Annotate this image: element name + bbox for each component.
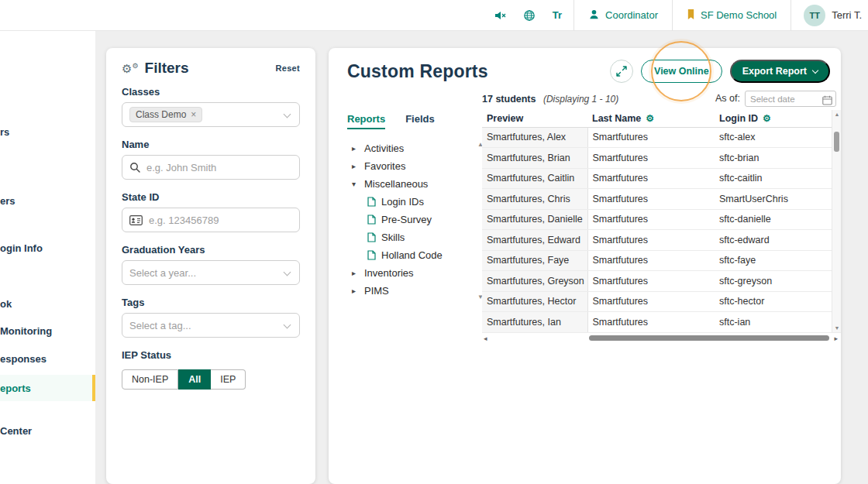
filters-gear-icon: ⚙⚙ xyxy=(122,63,139,74)
scroll-down-icon[interactable]: ▼ xyxy=(832,325,842,331)
scroll-up-icon[interactable]: ▲ xyxy=(832,112,842,117)
calendar-icon[interactable] xyxy=(822,94,832,108)
chip-remove-icon[interactable]: × xyxy=(191,109,196,120)
coordinator-label: Coordinator xyxy=(605,9,658,21)
school-label: SF Demo School xyxy=(701,9,777,21)
tab-reports[interactable]: Reports xyxy=(347,113,385,129)
reports-tree: ▸Activities ▸Favorites ▾Miscellaneous Lo… xyxy=(347,139,485,302)
document-icon xyxy=(367,250,376,260)
graduation-years-input[interactable] xyxy=(129,267,279,279)
sidebar-item-responses[interactable]: esponses xyxy=(0,350,95,367)
tags-select[interactable] xyxy=(122,313,300,338)
table-row: Smartfutures, EdwardSmartfuturessftc-edw… xyxy=(482,230,841,251)
classes-label: Classes xyxy=(122,86,300,98)
classes-multiselect[interactable]: Class Demo × xyxy=(122,102,300,127)
student-count: 17 students xyxy=(482,94,536,105)
collapsed-triangle-icon: ▸ xyxy=(352,162,359,170)
sidebar-item-login-info[interactable]: ogin Info xyxy=(0,239,95,256)
scroll-left-icon[interactable]: ◂ xyxy=(484,335,487,342)
table-row: Smartfutures, GreysonSmartfuturessftc-gr… xyxy=(482,271,841,292)
iep-status-label: IEP Status xyxy=(122,349,300,362)
sidebar-item[interactable]: rs xyxy=(0,123,95,140)
horizontal-scrollbar-thumb[interactable] xyxy=(589,335,829,341)
table-row: Smartfutures, IanSmartfuturessftc-ian xyxy=(482,312,841,333)
tree-item-miscellaneous[interactable]: ▾Miscellaneous xyxy=(347,175,485,193)
reset-filters-button[interactable]: Reset xyxy=(276,64,300,73)
students-table-wrap: Preview Last Name⚙ Login ID⚙ Smartfuture… xyxy=(482,110,841,333)
document-icon xyxy=(367,232,376,242)
table-row: Smartfutures, CaitlinSmartfuturessftc-ca… xyxy=(482,168,841,189)
custom-reports-panel: Custom Reports View Online Export Report… xyxy=(329,48,841,484)
tree-item-holland-code[interactable]: Holland Code xyxy=(347,246,485,264)
person-icon xyxy=(588,9,600,22)
iep-option-iep[interactable]: IEP xyxy=(211,369,246,390)
state-id-input[interactable] xyxy=(149,215,279,226)
sidebar-item[interactable]: ok xyxy=(0,295,95,312)
document-icon xyxy=(367,197,376,207)
sidebar-item-reports[interactable]: eports xyxy=(0,375,95,401)
students-table: Preview Last Name⚙ Login ID⚙ Smartfuture… xyxy=(482,110,841,333)
topbar-divider xyxy=(790,0,791,31)
coordinator-menu[interactable]: Coordinator xyxy=(588,9,658,22)
collapsed-triangle-icon: ▸ xyxy=(352,287,359,295)
table-row: Smartfutures, ChrisSmartfuturesSmartUser… xyxy=(482,189,841,210)
tree-item-activities[interactable]: ▸Activities xyxy=(347,139,485,157)
active-item-indicator xyxy=(92,375,95,401)
iep-option-all[interactable]: All xyxy=(178,369,211,390)
horizontal-scrollbar[interactable]: ◂ ▸ xyxy=(482,335,841,342)
iep-option-non-iep[interactable]: Non-IEP xyxy=(122,369,178,390)
topbar-right: Tr Coordinator SF Demo School TT Terri T… xyxy=(485,0,868,31)
graduation-years-label: Graduation Years xyxy=(122,244,300,256)
export-report-button[interactable]: Export Report xyxy=(730,60,830,83)
tab-fields[interactable]: Fields xyxy=(405,113,435,129)
globe-icon[interactable] xyxy=(523,9,536,22)
table-row: Smartfutures, DanielleSmartfuturessftc-d… xyxy=(482,209,841,230)
tree-item-favorites[interactable]: ▸Favorites xyxy=(347,157,485,175)
sidebar: rs ers ogin Info ok Monitoring esponses … xyxy=(0,31,95,484)
tree-item-pims[interactable]: ▸PIMS xyxy=(347,282,485,300)
document-icon xyxy=(367,215,376,225)
collapsed-triangle-icon: ▸ xyxy=(352,144,359,153)
view-online-button[interactable]: View Online xyxy=(641,60,722,83)
name-search-field xyxy=(122,155,300,180)
tree-item-skills[interactable]: Skills xyxy=(347,228,485,246)
filters-panel: ⚙⚙ Filters Reset Classes Class Demo × Na… xyxy=(106,48,315,484)
search-icon xyxy=(129,162,140,173)
displaying-note: (Displaying 1 - 10) xyxy=(543,94,618,105)
column-settings-gear-icon[interactable]: ⚙ xyxy=(763,113,771,124)
translate-icon[interactable]: Tr xyxy=(553,9,562,21)
table-row: Smartfutures, AlexSmartfuturessftc-alex xyxy=(482,127,841,148)
chevron-down-icon xyxy=(284,269,291,276)
name-search-input[interactable] xyxy=(146,162,279,173)
sidebar-item[interactable]: ers xyxy=(0,192,95,209)
tags-input[interactable] xyxy=(129,320,279,331)
tree-item-login-ids[interactable]: Login IDs xyxy=(347,193,485,211)
column-settings-gear-icon[interactable]: ⚙ xyxy=(646,113,654,124)
expand-arrows-icon xyxy=(616,66,627,77)
column-header-last-name: Last Name⚙ xyxy=(587,110,715,127)
chevron-down-icon xyxy=(284,321,291,329)
column-header-preview: Preview xyxy=(482,110,587,127)
as-of-date-field xyxy=(745,91,836,107)
user-name: Terri T. xyxy=(832,9,862,21)
id-card-icon xyxy=(129,215,143,225)
tree-item-pre-survey[interactable]: Pre-Survey xyxy=(347,211,485,228)
avatar[interactable]: TT xyxy=(804,5,825,26)
vertical-scrollbar[interactable]: ▲ ▼ xyxy=(832,110,841,332)
column-header-login-id: Login ID⚙ xyxy=(715,110,841,127)
topbar: Tr Coordinator SF Demo School TT Terri T… xyxy=(0,0,868,31)
school-menu[interactable]: SF Demo School xyxy=(687,9,777,22)
vertical-scrollbar-thumb[interactable] xyxy=(834,132,839,152)
page-title: Custom Reports xyxy=(347,61,488,82)
iep-status-segmented-control: Non-IEP All IEP xyxy=(122,369,246,390)
sidebar-item-center[interactable]: Center xyxy=(0,422,95,439)
graduation-years-select[interactable] xyxy=(122,260,300,285)
topbar-divider xyxy=(672,0,673,31)
scroll-right-icon[interactable]: ▸ xyxy=(834,335,838,342)
bookmark-icon xyxy=(687,9,695,22)
tree-item-inventories[interactable]: ▸Inventories xyxy=(347,264,485,282)
chevron-down-icon xyxy=(284,111,291,118)
mute-icon[interactable] xyxy=(494,9,506,22)
expand-button[interactable] xyxy=(610,60,633,83)
sidebar-item-monitoring[interactable]: Monitoring xyxy=(0,322,95,339)
